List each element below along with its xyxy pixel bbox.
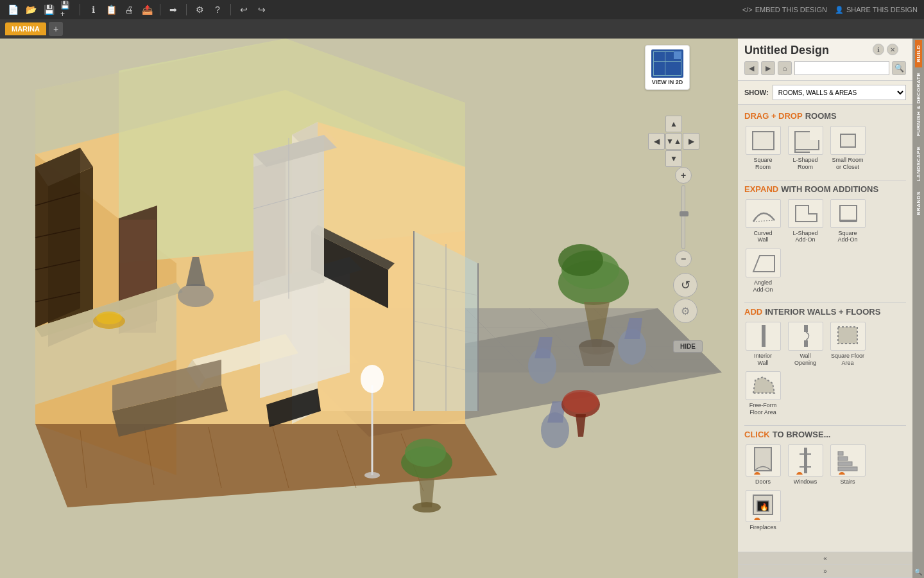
svg-rect-95 [755,448,771,471]
windows-browse-item[interactable]: Windows [787,444,824,485]
svg-point-105 [839,472,845,475]
vtab-furnish[interactable]: FURNISH & DECORATE [915,67,922,141]
panel-close-button[interactable]: ✕ [887,44,898,55]
stairs-icon-box [830,444,866,477]
angled-addon-item[interactable]: AngledAdd-On [744,249,782,293]
expand-grid: CurvedWall L-ShapedAdd-On [744,199,906,293]
collapse-down-button[interactable]: » [738,565,912,578]
redo-button[interactable]: ↪ [255,3,268,16]
small-room-icon [840,134,856,148]
freeform-floor-item[interactable]: Free-FormFloor Area [744,371,782,416]
arrow-icon[interactable]: ➡ [167,3,180,16]
pages-icon[interactable]: 📋 [105,3,117,16]
vtab-search-icon[interactable]: 🔍 [913,566,923,577]
square-addon-item[interactable]: SquareAdd-On [829,199,866,244]
vtab-build[interactable]: BUILD [915,40,922,67]
tab-marina[interactable]: MARINA [5,22,46,35]
svg-point-78 [563,390,599,413]
panel-info-button[interactable]: ℹ [873,44,884,55]
panel-back-button[interactable]: ◀ [744,61,758,75]
show-select[interactable]: ROOMS, WALLS & AREAS FURNITURE ALL [773,85,906,100]
interior-wall-svg [750,324,776,348]
wall-opening-item[interactable]: WallOpening [787,322,824,367]
vtab-brands[interactable]: BRANDS [915,186,922,220]
zoom-track[interactable] [681,185,685,249]
print-icon[interactable]: 🖨 [123,3,135,16]
drag-drop-rooms-grid: SquareRoom L-ShapedRoom Small Roomor Clo… [744,126,906,171]
freeform-floor-icon-box [746,371,781,400]
hide-button[interactable]: HIDE [673,340,703,353]
new-file-icon[interactable]: 📄 [6,3,19,16]
info-icon[interactable]: ℹ [87,3,99,16]
square-room-item[interactable]: SquareRoom [744,126,782,171]
zoom-container: + − [675,167,692,267]
doors-icon-svg [751,446,775,475]
zoom-in-button[interactable]: + [675,167,692,184]
vtab-landscape[interactable]: LANDSCAPE [915,141,922,186]
tabbar: MARINA + [0,19,924,39]
panel-search-button[interactable]: 🔍 [892,61,906,75]
collapse-up-button[interactable]: « [738,552,912,565]
svg-point-66 [558,244,603,276]
arrow-center-button[interactable]: ▼▲ [665,133,682,150]
drag-drop-section-title: DRAG + DROP ROOMS [744,111,906,121]
small-room-item[interactable]: Small Roomor Closet [829,126,866,171]
interior-wall-label: InteriorWall [754,353,772,367]
svg-point-60 [364,472,380,478]
panel-forward-button[interactable]: ▶ [761,61,775,75]
svg-rect-90 [762,325,766,347]
empty-cell2 [683,116,699,132]
windows-icon-svg [793,446,817,475]
wall-opening-label: WallOpening [794,353,816,367]
sep3 [186,4,187,15]
svg-rect-101 [838,467,857,471]
curved-wall-item[interactable]: CurvedWall [744,199,782,244]
add-tab-button[interactable]: + [49,22,63,36]
view-2d-label: VIEW IN 2D [652,79,683,85]
angled-addon-svg [750,252,776,274]
svg-rect-103 [838,457,848,460]
export-icon[interactable]: 📤 [141,3,153,16]
square-floor-item[interactable]: Square FloorArea [829,322,866,367]
arrow-right-button[interactable]: ▶ [683,133,699,150]
panel-home-button[interactable]: ⌂ [778,61,792,75]
settings-icon[interactable]: ⚙ [193,3,206,16]
interior-wall-icon-box [746,322,781,351]
fireplaces-browse-item[interactable]: 🔥 Fireplaces [744,490,782,530]
share-button[interactable]: 👤 SHARE THIS DESIGN [835,6,918,14]
rotate-container: ↺ [673,273,697,297]
svg-point-109 [754,518,760,520]
arrow-left-button[interactable]: ◀ [648,133,665,150]
wall-opening-icon-box [788,322,823,351]
doors-browse-item[interactable]: Doors [744,444,782,485]
help-icon[interactable]: ? [211,3,224,16]
arrow-down-button[interactable]: ▼ [665,150,682,167]
open-icon[interactable]: 📂 [24,3,37,16]
svg-rect-102 [838,462,852,466]
curved-wall-icon-box [746,199,781,228]
embed-button[interactable]: </> EMBED THIS DESIGN [742,6,827,13]
toolbar: 📄 📂 💾 💾+ ℹ 📋 🖨 📤 ➡ ⚙ ? ↩ ↪ </> EMBED THI… [0,0,924,19]
view-2d-button[interactable]: VIEW IN 2D [645,45,690,90]
arrow-up-button[interactable]: ▲ [665,116,682,132]
svg-point-53 [96,311,122,324]
share-icon: 👤 [835,6,844,14]
add-walls-grid: InteriorWall WallOpening [744,322,906,416]
undo-button[interactable]: ↩ [237,3,250,16]
drag-drop-highlight: DRAG + DROP [744,111,803,121]
panel-search-input[interactable] [794,61,889,75]
code-icon: </> [742,6,753,13]
gear-settings-button[interactable]: ⚙ [673,299,697,323]
canvas-area[interactable]: VIEW IN 2D ▲ ◀ ▼▲ ▶ ▼ + [0,39,738,578]
save-as-icon[interactable]: 💾+ [60,3,73,16]
rotate-button[interactable]: ↺ [673,273,697,297]
fireplaces-icon-box: 🔥 [746,490,781,522]
stairs-browse-item[interactable]: Stairs [829,444,866,485]
zoom-out-button[interactable]: − [675,250,692,267]
l-addon-item[interactable]: L-ShapedAdd-On [787,199,824,244]
save-icon[interactable]: 💾 [42,3,55,16]
panel-wrapper: Untitled Design ◀ ▶ ⌂ 🔍 ℹ ✕ SHOW: ROOMS,… [738,39,924,578]
zoom-handle[interactable] [680,211,689,216]
interior-wall-item[interactable]: InteriorWall [744,322,782,367]
l-room-item[interactable]: L-ShapedRoom [787,126,824,171]
